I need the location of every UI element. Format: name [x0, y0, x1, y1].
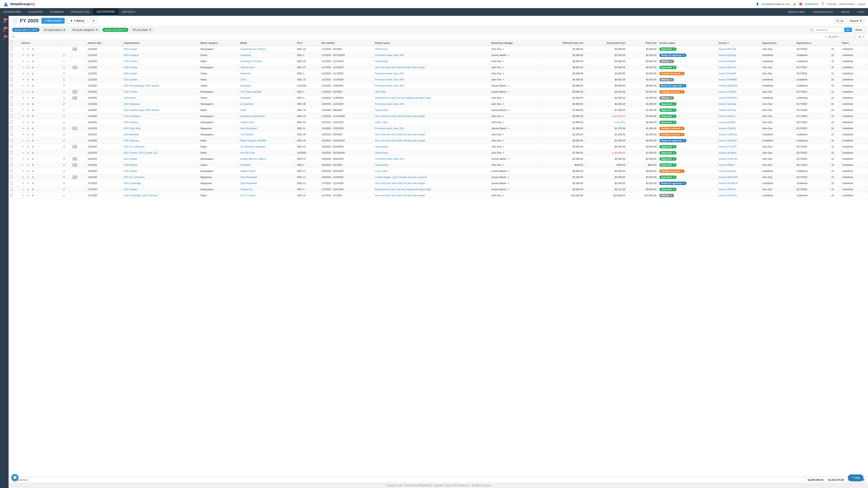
media-link[interactable]: Facebook	[240, 84, 251, 87]
edit-icon[interactable]: ✏	[22, 53, 26, 57]
next-page-button[interactable]: ›	[846, 35, 850, 39]
th-notes[interactable]: Notes	[841, 40, 868, 46]
status-badge[interactable]: Ready for approval ▼	[659, 139, 686, 142]
row-checkbox[interactable]	[10, 121, 13, 124]
org-link[interactable]: GDX St. Catharines	[124, 176, 145, 178]
manager-dropdown-icon[interactable]: ▼	[507, 54, 509, 57]
manager-dropdown-icon[interactable]: ▼	[507, 84, 509, 87]
project-link[interactable]: Promotion week, Save 25%	[375, 103, 404, 105]
delete-icon[interactable]: ⊗	[31, 132, 35, 136]
edit-icon[interactable]: ✏	[22, 108, 26, 112]
invoice-link[interactable]: Invoice #TLcKPF	[719, 145, 737, 148]
status-badge[interactable]: Ready for approval ▼	[659, 54, 686, 57]
user-email[interactable]: jdoe@gdxretailgroup.com	[762, 3, 790, 5]
invoice-link[interactable]: Invoice #7v9D29	[719, 90, 737, 93]
delete-icon[interactable]: ⊗	[31, 144, 35, 149]
status-badge[interactable]: Waiting ▼	[659, 60, 674, 63]
logout-link[interactable]: Logout	[858, 3, 865, 5]
manager-dropdown-icon[interactable]: ▼	[502, 60, 504, 63]
nav-reports[interactable]: REPORTS	[119, 8, 139, 16]
manager-dropdown-icon[interactable]: ▼	[502, 103, 504, 105]
copy-icon[interactable]: ⊙	[26, 96, 30, 100]
th-invoice[interactable]: Invoice #	[717, 40, 761, 46]
invoice-link[interactable]: Invoice #gemtak	[719, 103, 736, 105]
media-link[interactable]: Victoria News	[240, 66, 255, 69]
edit-icon[interactable]: ✏	[22, 102, 26, 106]
edit-icon[interactable]: ✏	[22, 120, 26, 124]
nav-accounting[interactable]: ACCOUNTING	[93, 8, 119, 16]
edit-icon[interactable]: ✏	[22, 84, 26, 88]
status-badge[interactable]: Partially invoiced ▼	[659, 90, 685, 94]
th-actual[interactable]: Actual total cost	[585, 40, 627, 46]
project-link[interactable]: Don't miss this! Extra 50% off sale ends…	[375, 133, 425, 136]
row-checkbox[interactable]	[10, 90, 13, 93]
status-badge[interactable]: Waiting ▼	[659, 194, 674, 197]
invoice-link[interactable]: Invoice #zD4IbT	[719, 121, 736, 124]
org-link[interactable]: GDX Barrie	[124, 96, 136, 99]
media-link[interactable]: Le Quotidien	[240, 103, 254, 105]
select-all-checkbox[interactable]	[10, 41, 13, 44]
invoice-link[interactable]: Invoice #2XPKPh	[719, 96, 737, 99]
th-manager[interactable]: Marketing manager	[490, 40, 538, 46]
project-link[interactable]: Promotion week, Save 25%	[375, 158, 404, 160]
th-org[interactable]: Organizations	[122, 40, 199, 46]
status-badge[interactable]: Approved ▼	[659, 108, 677, 112]
row-checkbox[interactable]	[10, 163, 13, 166]
edit-icon[interactable]: ✏	[22, 96, 26, 100]
organizations-filter[interactable]: All organizations ▼	[41, 28, 68, 32]
more-icon[interactable]: ⋯	[36, 138, 40, 142]
media-link[interactable]: 91.5 The Beat	[240, 194, 255, 197]
org-link[interactable]: GDX Gatineau	[124, 139, 139, 142]
invoice-link[interactable]: Invoice #hH9Bd5	[719, 78, 737, 81]
th-run[interactable]: Run date(s)	[320, 40, 373, 46]
delete-icon[interactable]: ⊗	[31, 120, 35, 124]
manager-dropdown-icon[interactable]: ▼	[507, 176, 509, 178]
status-badge[interactable]: Approved ▼	[659, 115, 677, 118]
edit-icon[interactable]: ✏	[22, 59, 26, 63]
row-checkbox[interactable]	[10, 115, 13, 118]
more-icon[interactable]: ⋯	[36, 120, 40, 124]
project-link[interactable]: Virtual Tours	[375, 48, 388, 51]
manager-dropdown-icon[interactable]: ▼	[507, 109, 509, 111]
filters-button[interactable]: ▼ 2 filter(s)	[67, 18, 88, 24]
copy-icon[interactable]: ⊙	[26, 59, 30, 63]
th-appon[interactable]: Approved on	[795, 40, 830, 46]
org-link[interactable]: GDX Saskatoon	[124, 115, 141, 118]
media-link[interactable]: Sudbury Star	[240, 121, 254, 124]
media-link[interactable]: Facebook	[240, 54, 251, 57]
org-link[interactable]: GDX Guelph	[124, 48, 137, 51]
row-checkbox[interactable]	[10, 47, 13, 51]
row-checkbox[interactable]	[10, 54, 13, 57]
status-badge[interactable]: Approved ▼	[659, 145, 677, 149]
delete-icon[interactable]: ⊗	[31, 65, 35, 69]
copy-icon[interactable]: ⊙	[26, 126, 30, 130]
th-date[interactable]: Invoice date	[86, 40, 122, 46]
status-filter[interactable]: Status: All active ▼	[102, 28, 129, 32]
copy-icon[interactable]: ⊙	[26, 84, 30, 88]
delete-icon[interactable]: ⊗	[31, 53, 35, 57]
invoice-link[interactable]: Invoice #BOBDQr	[719, 84, 738, 87]
project-link[interactable]: Promotion week, Save 25%	[375, 84, 404, 87]
status-badge[interactable]: Approved ▼	[659, 66, 677, 69]
copy-icon[interactable]: ⊙	[26, 65, 30, 69]
go-button[interactable]: Go	[844, 28, 852, 32]
more-icon[interactable]: ⋯	[36, 126, 40, 130]
more-icon[interactable]: ⋯	[36, 77, 40, 82]
th-project[interactable]: Project name	[373, 40, 490, 46]
delete-icon[interactable]: ⊗	[31, 163, 35, 167]
th-appby[interactable]: Approved by	[761, 40, 795, 46]
edit-icon[interactable]: ✏	[22, 175, 26, 179]
status-badge[interactable]: Approved ▼	[659, 151, 677, 155]
more-icon[interactable]: ⋯	[36, 59, 40, 63]
edit-icon[interactable]: ✏	[22, 65, 26, 69]
org-link[interactable]: GDX Peterborough, GDX Quebec	[124, 84, 159, 87]
manager-dropdown-icon[interactable]: ▼	[502, 115, 504, 118]
more-icon[interactable]: ⋯	[36, 193, 40, 197]
notifications-link[interactable]: Notifications	[805, 3, 818, 5]
manager-dropdown-icon[interactable]: ▼	[502, 139, 504, 142]
list-view-button[interactable]: ☰ List	[834, 18, 846, 24]
project-link[interactable]: Don't miss this! Extra 50% off sale ends…	[375, 182, 425, 185]
media-link[interactable]: CHOI	[240, 78, 246, 81]
status-badge[interactable]: Waiting ▼	[659, 78, 674, 81]
invoice-link[interactable]: Invoice #96YTgll	[719, 48, 737, 51]
